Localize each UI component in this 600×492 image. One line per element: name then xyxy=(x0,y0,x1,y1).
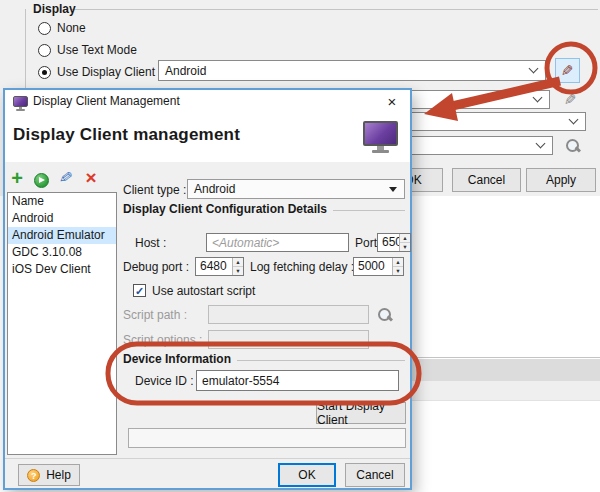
chevron-down-icon xyxy=(536,139,546,149)
port-value: 6502 xyxy=(378,234,399,251)
device-group-title: Device Information xyxy=(123,352,231,366)
host-field[interactable]: <Automatic> xyxy=(206,233,349,252)
copy-icon xyxy=(34,173,49,188)
dialog-header: Display Client management xyxy=(5,113,410,162)
log-delay-label: Log fetching delay : xyxy=(250,260,354,274)
background-apply-button[interactable]: Apply xyxy=(526,168,596,192)
client-type-value: Android xyxy=(188,182,389,196)
display-client-management-dialog: Display Client Management × Display Clie… xyxy=(3,88,412,490)
help-button[interactable]: ? Help xyxy=(18,464,80,486)
edit-button-2[interactable]: ✎ xyxy=(560,89,580,109)
display-client-combobox[interactable]: Android xyxy=(158,60,546,81)
list-item-selected[interactable]: Android Emulator xyxy=(8,227,116,244)
spinner-arrows[interactable]: ▲▼ xyxy=(392,258,403,275)
help-icon: ? xyxy=(27,469,40,482)
browse-search-icon[interactable] xyxy=(563,137,581,155)
display-client-combobox-value: Android xyxy=(159,64,530,78)
script-path-field xyxy=(208,305,369,324)
dialog-title: Display Client Management xyxy=(33,90,180,113)
config-group-header: Display Client Configuration Details xyxy=(123,202,405,216)
copy-button[interactable] xyxy=(32,171,50,189)
add-button[interactable]: + xyxy=(8,169,26,187)
add-icon: + xyxy=(11,168,23,188)
chevron-down-icon xyxy=(533,93,543,103)
radio-use-text-mode[interactable] xyxy=(38,44,51,57)
cancel-button[interactable]: Cancel xyxy=(345,463,405,487)
spin-up-icon: ▲ xyxy=(233,258,243,267)
background-cancel-button[interactable]: Cancel xyxy=(452,168,521,192)
progress-bar xyxy=(128,428,406,448)
config-group-title: Display Client Configuration Details xyxy=(123,202,327,216)
script-path-browse-icon[interactable] xyxy=(375,306,393,324)
edit-display-client-button[interactable]: ✎ xyxy=(555,58,580,83)
spin-down-icon: ▼ xyxy=(393,267,403,275)
spinner-arrows[interactable]: ▲▼ xyxy=(232,258,243,275)
check-icon: ✓ xyxy=(135,285,144,297)
host-label: Host : xyxy=(135,236,166,250)
autostart-label: Use autostart script xyxy=(152,284,255,298)
spinner-arrows[interactable]: ▲▼ xyxy=(399,234,410,251)
host-placeholder: <Automatic> xyxy=(212,236,279,250)
device-group-header: Device Information xyxy=(123,352,405,366)
dialog-heading: Display Client management xyxy=(13,125,240,145)
script-options-field xyxy=(208,330,369,349)
screen: Display None Use Text Mode Use Display C… xyxy=(0,0,600,492)
spin-down-icon: ▼ xyxy=(400,243,410,251)
edit-pencil-icon: ✎ xyxy=(58,169,74,187)
radio-none[interactable] xyxy=(38,22,51,35)
debug-port-label: Debug port : xyxy=(123,260,189,274)
spin-down-icon: ▼ xyxy=(233,267,243,275)
radio-use-display-client-label: Use Display Client : xyxy=(57,65,162,79)
list-item[interactable]: GDC 3.10.08 xyxy=(8,244,116,261)
script-options-label: Script options : xyxy=(123,333,202,347)
radio-use-text-mode-label: Use Text Mode xyxy=(57,43,137,57)
device-id-label: Device ID : xyxy=(135,374,194,388)
titlebar-monitor-icon xyxy=(13,96,28,111)
script-path-label: Script path : xyxy=(123,308,187,322)
display-client-list[interactable]: Name Android Android Emulator GDC 3.10.0… xyxy=(7,192,117,455)
delete-button[interactable]: × xyxy=(82,168,100,186)
list-item[interactable]: iOS Dev Client xyxy=(8,261,116,278)
client-type-combobox[interactable]: Android xyxy=(187,179,405,199)
dialog-footer-divider xyxy=(5,458,410,459)
pencil-icon: ✎ xyxy=(561,63,574,78)
list-header: Name xyxy=(8,193,116,210)
start-display-client-button[interactable]: Start Display Client xyxy=(316,402,406,424)
radio-none-label: None xyxy=(57,21,86,35)
dialog-titlebar: Display Client Management × xyxy=(5,90,410,113)
edit-button[interactable]: ✎ xyxy=(57,169,75,187)
device-id-field[interactable]: emulator-5554 xyxy=(196,370,399,391)
chevron-down-icon xyxy=(529,64,539,74)
device-id-value: emulator-5554 xyxy=(202,374,279,388)
list-item[interactable]: Android xyxy=(8,210,116,227)
log-delay-value: 5000 xyxy=(354,258,392,275)
chevron-down-icon xyxy=(569,115,579,125)
delete-icon: × xyxy=(85,168,96,187)
display-groupbox-top-line xyxy=(70,9,598,10)
client-type-label: Client type : xyxy=(123,183,186,197)
log-delay-spinner[interactable]: 5000 ▲▼ xyxy=(353,257,404,276)
port-spinner[interactable]: 6502 ▲▼ xyxy=(377,233,411,252)
help-label: Help xyxy=(46,468,71,482)
spin-up-icon: ▲ xyxy=(400,234,410,243)
radio-use-display-client[interactable] xyxy=(38,66,51,79)
display-group-label: Display xyxy=(33,2,76,16)
monitor-icon xyxy=(363,121,398,153)
pencil-icon: ✎ xyxy=(564,92,577,107)
debug-port-value: 6480 xyxy=(196,258,232,275)
autostart-checkbox[interactable]: ✓ xyxy=(133,284,146,297)
dropdown-arrow-icon xyxy=(389,187,397,192)
debug-port-spinner[interactable]: 6480 ▲▼ xyxy=(195,257,244,276)
ok-button[interactable]: OK xyxy=(278,463,336,487)
spin-up-icon: ▲ xyxy=(393,258,403,267)
close-icon[interactable]: × xyxy=(380,92,404,111)
